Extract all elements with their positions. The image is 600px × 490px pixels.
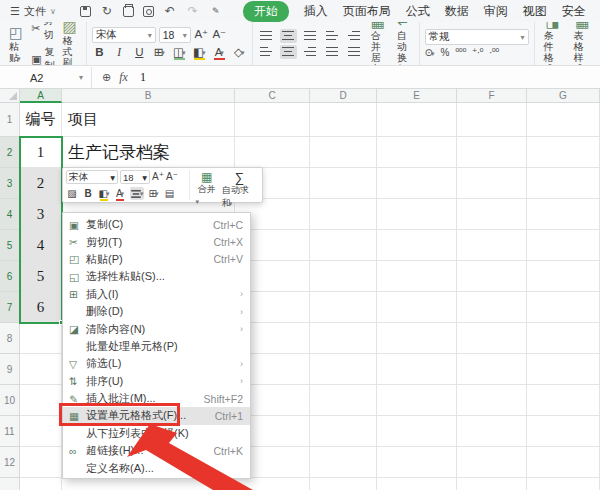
- cell-E2[interactable]: [377, 137, 457, 168]
- increase-decimal-icon[interactable]: ⁺·⁰: [472, 47, 483, 58]
- bold-button[interactable]: B: [82, 187, 94, 200]
- cell-A1[interactable]: 编号: [20, 103, 62, 137]
- print-preview-icon[interactable]: [143, 6, 154, 17]
- cell-A4[interactable]: 3: [20, 199, 62, 230]
- increase-font-icon[interactable]: A⁺: [152, 171, 164, 184]
- export-pdf-icon[interactable]: ↻: [100, 4, 114, 18]
- context-menu-item-1[interactable]: ▣复制(C)Ctrl+C: [63, 216, 250, 233]
- row-header-12[interactable]: 12: [0, 447, 20, 478]
- wrap-text-button[interactable]: ↵ 自动换行: [393, 22, 414, 66]
- context-menu-item-11[interactable]: ✎插入批注(M)...Shift+F2: [63, 390, 250, 407]
- cell-D3[interactable]: [310, 168, 377, 199]
- decrease-indent-button[interactable]: [324, 29, 341, 43]
- cell-G5[interactable]: [527, 230, 600, 261]
- cell-E13[interactable]: [377, 478, 457, 490]
- number-format-select[interactable]: 常规▾: [425, 29, 529, 45]
- cell-A10[interactable]: [20, 385, 62, 416]
- column-header-F[interactable]: F: [457, 89, 527, 103]
- copy-button[interactable]: ▣复制: [31, 45, 54, 66]
- row-header-4[interactable]: 4: [0, 199, 20, 230]
- fill-color-button[interactable]: ◧▾: [192, 45, 207, 60]
- cell-D12[interactable]: [310, 447, 377, 478]
- redo-icon[interactable]: ↷: [186, 4, 200, 18]
- tab-页面布局[interactable]: 页面布局: [343, 3, 391, 20]
- cell-F3[interactable]: [457, 168, 527, 199]
- font-color-button[interactable]: A▾: [212, 45, 227, 60]
- currency-format-icon[interactable]: ⊙▾: [425, 47, 435, 58]
- context-menu-item-12[interactable]: ▦设置单元格格式(F)...Ctrl+1: [63, 407, 250, 424]
- increase-indent-button[interactable]: [346, 29, 363, 43]
- row-header-5[interactable]: 5: [0, 230, 20, 261]
- cell-B2[interactable]: 生产记录档案: [62, 137, 235, 168]
- cell-A9[interactable]: [20, 354, 62, 385]
- cell-D4[interactable]: [310, 199, 377, 230]
- cell-D2[interactable]: [310, 137, 377, 168]
- save-icon[interactable]: [80, 6, 91, 17]
- borders-button[interactable]: ⊞▾: [152, 45, 167, 60]
- cell-G4[interactable]: [527, 199, 600, 230]
- cell-E12[interactable]: [377, 447, 457, 478]
- cell-B13[interactable]: [62, 478, 235, 490]
- cell-D13[interactable]: [310, 478, 377, 490]
- customize-toolbar-icon[interactable]: ✎: [209, 4, 223, 18]
- select-all-corner[interactable]: [0, 89, 20, 103]
- table-style-button[interactable]: ▦ 表格样式: [570, 22, 595, 66]
- cell-G9[interactable]: [527, 354, 600, 385]
- cell-A3[interactable]: 2: [20, 168, 62, 199]
- cell-A6[interactable]: 5: [20, 261, 62, 292]
- column-header-D[interactable]: D: [310, 89, 377, 103]
- cell-E9[interactable]: [377, 354, 457, 385]
- cell-D5[interactable]: [310, 230, 377, 261]
- context-menu-item-15[interactable]: 定义名称(A)...: [63, 459, 250, 476]
- row-header-13[interactable]: [0, 478, 20, 490]
- row-header-1[interactable]: 1: [0, 103, 20, 137]
- underline-button[interactable]: U: [132, 45, 147, 60]
- bold-button[interactable]: B: [92, 45, 107, 60]
- distribute-button[interactable]: [346, 45, 363, 59]
- row-header-11[interactable]: 11: [0, 416, 20, 447]
- zoom-formula-icon[interactable]: ⊕: [102, 71, 111, 84]
- cell-D11[interactable]: [310, 416, 377, 447]
- cell-F5[interactable]: [457, 230, 527, 261]
- cell-A12[interactable]: [20, 447, 62, 478]
- cut-button[interactable]: ✂剪切: [31, 22, 54, 42]
- tab-审阅[interactable]: 审阅: [484, 3, 508, 20]
- cell-F1[interactable]: [457, 103, 527, 137]
- cell-D9[interactable]: [310, 354, 377, 385]
- cell-D7[interactable]: [310, 292, 377, 323]
- cell-E8[interactable]: [377, 323, 457, 354]
- decrease-decimal-icon[interactable]: ·⁰⁰: [489, 47, 499, 58]
- print-icon[interactable]: [123, 6, 134, 17]
- context-menu-item-8[interactable]: 批量处理单元格(P): [63, 338, 250, 355]
- cell-E4[interactable]: [377, 199, 457, 230]
- font-size-select[interactable]: 18▾: [159, 27, 191, 43]
- tab-公式[interactable]: 公式: [406, 3, 430, 20]
- decrease-font-icon[interactable]: A⁻: [166, 171, 178, 184]
- mini-merge-button[interactable]: ▦ 合并▾: [195, 170, 217, 200]
- row-header-9[interactable]: 9: [0, 354, 20, 385]
- cell-C2[interactable]: [235, 137, 310, 168]
- mini-font-name-select[interactable]: 宋体▾: [66, 170, 118, 184]
- increase-font-icon[interactable]: A⁺: [194, 28, 209, 43]
- cell-F11[interactable]: [457, 416, 527, 447]
- cell-A5[interactable]: 4: [20, 230, 62, 261]
- cell-G6[interactable]: [527, 261, 600, 292]
- cell-F6[interactable]: [457, 261, 527, 292]
- context-menu-item-6[interactable]: 删除(D)›: [63, 303, 250, 320]
- cell-F12[interactable]: [457, 447, 527, 478]
- formula-value[interactable]: 1: [136, 70, 146, 85]
- cell-F9[interactable]: [457, 354, 527, 385]
- cell-E11[interactable]: [377, 416, 457, 447]
- paste-button[interactable]: ◰ 粘贴▾: [5, 24, 27, 64]
- conditional-format-button[interactable]: ◨ 条件格式▾: [540, 22, 566, 66]
- align-center-button[interactable]: ▾: [130, 187, 144, 200]
- context-menu-item-4[interactable]: ◱选择性粘贴(S)...: [63, 268, 250, 285]
- align-right-button[interactable]: [302, 45, 319, 59]
- cell-G10[interactable]: [527, 385, 600, 416]
- cell-B1[interactable]: 项目: [62, 103, 235, 137]
- comma-format-icon[interactable]: ⁰⁰⁰: [455, 47, 466, 58]
- italic-button[interactable]: I: [112, 45, 127, 60]
- cell-G1[interactable]: [527, 103, 600, 137]
- borders-button[interactable]: ⊞▾: [148, 187, 160, 200]
- fill-color-button[interactable]: ◧▾: [98, 187, 110, 200]
